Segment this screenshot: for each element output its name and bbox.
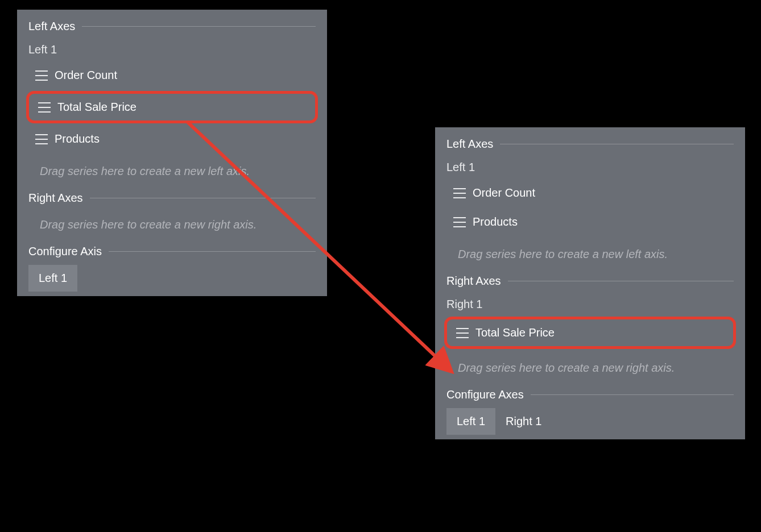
series-label: Order Count — [473, 186, 535, 200]
axes-config-panel-after: Left Axes Left 1 Order Count Products Dr… — [435, 127, 745, 439]
divider — [531, 394, 734, 395]
configure-axes-header: Configure Axes — [435, 388, 745, 405]
left-axis-drop-hint[interactable]: Drag series here to create a new left ax… — [435, 238, 745, 275]
configure-axis-header-label: Configure Axis — [28, 245, 102, 258]
configure-tabs: Left 1 Right 1 — [435, 405, 745, 435]
tab-right1[interactable]: Right 1 — [495, 408, 552, 435]
left-axes-header: Left Axes — [17, 20, 327, 36]
drag-handle-icon[interactable] — [35, 70, 48, 81]
right-axes-header-label: Right Axes — [28, 192, 83, 205]
series-label: Products — [473, 215, 518, 228]
drag-handle-icon[interactable] — [35, 134, 48, 144]
series-label: Total Sale Price — [57, 101, 137, 114]
series-label: Products — [55, 132, 100, 146]
divider — [508, 281, 734, 281]
left-axes-header-label: Left Axes — [28, 20, 75, 33]
drag-handle-icon[interactable] — [453, 188, 466, 198]
configure-axis-header: Configure Axis — [17, 245, 327, 261]
series-item-products[interactable]: Products — [444, 209, 736, 235]
tab-left1[interactable]: Left 1 — [28, 265, 77, 292]
series-item-order-count[interactable]: Order Count — [26, 62, 318, 89]
right-axes-header: Right Axes — [435, 275, 745, 291]
left-axis-drop-hint[interactable]: Drag series here to create a new left ax… — [17, 155, 327, 192]
series-item-total-sale-price[interactable]: Total Sale Price — [26, 91, 318, 123]
divider — [500, 144, 734, 144]
left-axes-header-label: Left Axes — [446, 138, 493, 151]
axes-config-panel-before: Left Axes Left 1 Order Count Total Sale … — [17, 10, 327, 296]
series-item-order-count[interactable]: Order Count — [444, 180, 736, 206]
left1-axis-label: Left 1 — [435, 154, 745, 177]
divider — [109, 251, 316, 252]
left1-axis-label: Left 1 — [17, 36, 327, 60]
left-axes-header: Left Axes — [435, 138, 745, 154]
configure-axes-header-label: Configure Axes — [446, 388, 524, 401]
drag-handle-icon[interactable] — [456, 328, 469, 338]
series-label: Order Count — [55, 69, 117, 82]
series-item-products[interactable]: Products — [26, 126, 318, 152]
right1-axis-label: Right 1 — [435, 291, 745, 314]
divider — [90, 198, 316, 198]
right-axis-drop-hint[interactable]: Drag series here to create a new right a… — [17, 208, 327, 245]
configure-tabs: Left 1 — [17, 261, 327, 292]
right-axes-header: Right Axes — [17, 192, 327, 208]
right-axes-header-label: Right Axes — [446, 275, 501, 288]
tab-left1[interactable]: Left 1 — [446, 408, 495, 435]
divider — [82, 26, 316, 27]
series-item-total-sale-price[interactable]: Total Sale Price — [444, 317, 736, 349]
drag-handle-icon[interactable] — [453, 217, 466, 227]
drag-handle-icon[interactable] — [38, 102, 51, 113]
series-label: Total Sale Price — [475, 326, 555, 339]
right-axis-drop-hint[interactable]: Drag series here to create a new right a… — [435, 351, 745, 388]
